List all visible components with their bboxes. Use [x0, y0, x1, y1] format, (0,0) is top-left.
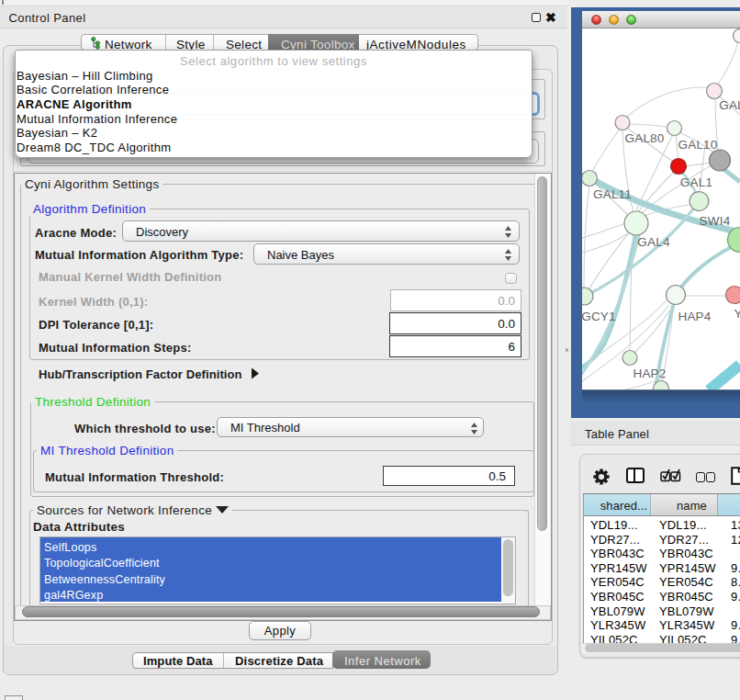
svg-text:GAL80: GAL80 [624, 131, 664, 145]
svg-text:SWI4: SWI4 [700, 214, 731, 228]
svg-text:HAP2: HAP2 [633, 367, 666, 380]
svg-text:GAL: GAL [719, 98, 740, 112]
svg-text:GAL10: GAL10 [678, 138, 717, 152]
svg-text:HAP4: HAP4 [678, 310, 711, 323]
svg-text:GAL1: GAL1 [680, 175, 712, 189]
svg-text:GCY1: GCY1 [582, 310, 616, 323]
svg-text:GAL4: GAL4 [637, 235, 670, 249]
svg-text:GAL11: GAL11 [593, 187, 632, 201]
svg-text:Y: Y [734, 307, 740, 321]
